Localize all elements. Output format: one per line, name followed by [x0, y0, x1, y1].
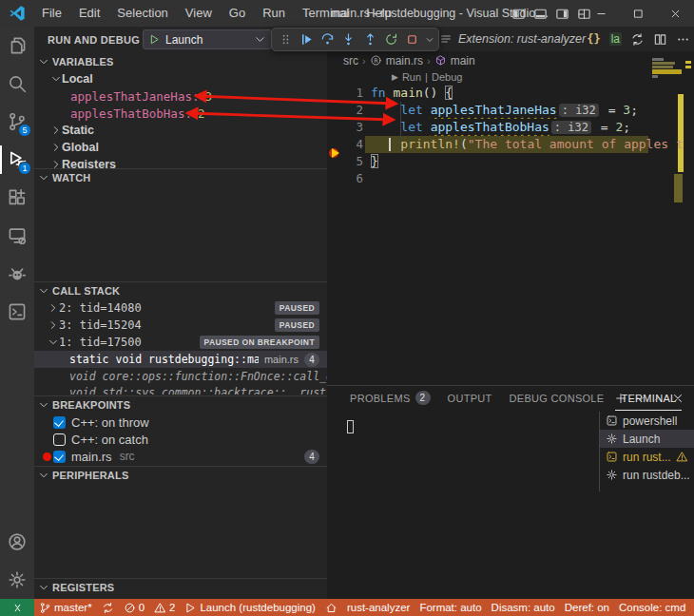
menu-file[interactable]: File — [33, 0, 70, 27]
maximize-panel-icon[interactable] — [653, 394, 664, 404]
breadcrumb-item-main-rs[interactable]: main.rs — [386, 54, 423, 67]
close-panel-icon[interactable] — [671, 392, 684, 405]
menu-view[interactable]: View — [177, 0, 221, 27]
activity-debug-tool[interactable] — [0, 255, 34, 293]
sync-icon[interactable] — [630, 32, 645, 47]
remote-indicator[interactable] — [0, 599, 34, 616]
breakpoint-row[interactable]: main.rs src 4 — [34, 448, 327, 465]
status-item-format-auto[interactable]: Format: auto — [414, 602, 486, 613]
step-out-button[interactable] — [360, 29, 379, 49]
status-item[interactable] — [97, 602, 119, 614]
panel-tab-debug-console[interactable]: DEBUG CONSOLE — [504, 386, 610, 411]
tab-extension-rust-analyzer[interactable]: Extension: rust-analyzer — [439, 27, 586, 51]
stack-frame-row[interactable]: void std::sys_common::backtrace::__rust_… — [34, 385, 327, 395]
activity-terminal-tool[interactable] — [0, 293, 34, 331]
new-terminal-icon[interactable] — [614, 392, 627, 405]
breakpoint-checkbox[interactable] — [53, 433, 66, 446]
watch-header[interactable]: WATCH — [34, 168, 327, 186]
stop-button[interactable] — [403, 29, 422, 49]
activity-search[interactable] — [0, 65, 34, 103]
call-stack-header[interactable]: CALL STACK — [34, 281, 327, 299]
activity-settings[interactable] — [0, 561, 34, 599]
status-item-0[interactable]: 0 — [119, 602, 149, 614]
status-item-2[interactable]: 2 — [149, 602, 180, 614]
variable-row[interactable]: applesThatJaneHas: 3 — [34, 87, 327, 105]
status-item-deref-on[interactable]: Deref: on — [560, 602, 614, 613]
status-feedback[interactable] — [690, 602, 694, 614]
activity-run-and-debug[interactable]: 1 — [0, 141, 34, 179]
variables-header[interactable]: VARIABLES — [34, 52, 327, 70]
stop-dropdown[interactable] — [424, 29, 434, 49]
more-actions-icon[interactable] — [676, 32, 690, 47]
codelens-run-link[interactable]: Run — [402, 71, 421, 83]
rust-analyzer-status[interactable]: la — [609, 32, 622, 46]
status-item-launch-rustdebugging[interactable]: Launch (rustdebugging) — [180, 602, 319, 614]
code-line-3[interactable]: 3 let applesThatBobHas: i32 = 2; — [327, 119, 694, 136]
scope-global[interactable]: Global — [34, 139, 327, 156]
split-editor-icon[interactable] — [653, 32, 667, 47]
peripherals-header[interactable]: PERIPHERALS — [34, 466, 327, 484]
status-item-console-cmd[interactable]: Console: cmd — [614, 602, 690, 613]
activity-accounts[interactable] — [0, 523, 34, 561]
panel-tab-problems[interactable]: PROBLEMS 2 — [344, 386, 436, 411]
step-over-button[interactable] — [318, 29, 337, 49]
terminal-item-powershell[interactable]: powershell — [599, 412, 694, 430]
menu-go[interactable]: Go — [221, 0, 254, 27]
toggle-panel-icon[interactable] — [533, 7, 548, 21]
maximize-button[interactable] — [620, 0, 657, 27]
braces-status[interactable]: {} — [587, 32, 600, 46]
menu-selection[interactable]: Selection — [108, 0, 176, 27]
restart-button[interactable] — [381, 29, 400, 49]
status-item[interactable] — [320, 602, 342, 614]
scope-local[interactable]: Local — [34, 70, 327, 87]
stack-frame-row[interactable]: void core::ops::function::FnOnce::call_o… — [34, 368, 327, 385]
activity-extensions[interactable] — [0, 179, 34, 217]
breakpoints-header[interactable]: BREAKPOINTS — [34, 395, 327, 414]
stack-frame-row[interactable]: static void rustdebugging::main() main.r… — [34, 351, 327, 368]
debug-config-dropdown[interactable]: Launch — [143, 29, 272, 49]
activity-remote-explorer[interactable] — [0, 217, 34, 255]
menu-run[interactable]: Run — [254, 0, 294, 27]
breakpoint-checkbox[interactable] — [53, 451, 66, 463]
breadcrumb-item-main[interactable]: main — [451, 54, 475, 67]
thread-row[interactable]: 3: tid=15204 PAUSED — [34, 317, 327, 334]
registers-header[interactable]: REGISTERS — [34, 578, 327, 596]
breakpoint-row[interactable]: C++: on throw — [34, 414, 327, 431]
code-line-6[interactable]: 6 — [327, 170, 694, 187]
terminal-item-launch[interactable]: Launch — [599, 430, 694, 448]
toolbar-drag-grip[interactable] — [276, 29, 295, 49]
code-area[interactable]: 1 fn main() { 2 let applesThatJaneHas: i… — [327, 85, 694, 187]
step-into-button[interactable] — [339, 29, 358, 49]
minimize-button[interactable] — [583, 0, 620, 27]
code-line-1[interactable]: 1 fn main() { — [327, 85, 694, 102]
thread-row[interactable]: 1: tid=17500 PAUSED ON BREAKPOINT — [34, 334, 327, 351]
codelens-debug-link[interactable]: Debug — [432, 71, 462, 83]
frame-label: static void rustdebugging::main() — [69, 353, 259, 366]
menu-edit[interactable]: Edit — [70, 0, 108, 27]
close-button[interactable] — [657, 0, 694, 27]
terminal-item-run-rustdeb[interactable]: run rustdeb... — [599, 466, 694, 484]
status-item-master[interactable]: master* — [34, 602, 97, 614]
variable-row[interactable]: applesThatBobHas: 2 — [34, 105, 327, 122]
status-item-disasm-auto[interactable]: Disasm: auto — [487, 602, 560, 613]
breakpoint-checkbox[interactable] — [53, 416, 66, 429]
start-debug-icon[interactable] — [148, 33, 161, 46]
panel-tab-output[interactable]: OUTPUT — [442, 386, 498, 411]
activity-source-control[interactable]: 5 — [0, 103, 34, 141]
breakpoint-row[interactable]: C++: on catch — [34, 431, 327, 448]
scope-registers[interactable]: Registers — [34, 156, 327, 168]
thread-row[interactable]: 2: tid=14080 PAUSED — [34, 299, 327, 317]
breadcrumb-item-src[interactable]: src — [343, 54, 358, 67]
toggle-sidebar-icon[interactable] — [511, 7, 526, 21]
minimap[interactable] — [652, 58, 682, 79]
activity-explorer[interactable] — [0, 27, 34, 65]
toggle-secondary-sidebar-icon[interactable] — [555, 7, 569, 21]
terminal-item-run-rust[interactable]: run rust... — [599, 448, 694, 466]
code-line-4[interactable]: 4 println!("The total amount of apples t — [327, 136, 694, 153]
scope-static[interactable]: Static — [34, 122, 327, 139]
code-line-2[interactable]: 2 let applesThatJaneHas: i32 = 3; — [327, 102, 694, 119]
continue-button[interactable] — [297, 29, 316, 49]
terminal-dropdown-icon[interactable] — [635, 394, 646, 404]
code-line-5[interactable]: 5 } — [327, 153, 694, 170]
status-item-rust-analyzer[interactable]: rust-analyzer — [342, 602, 414, 613]
